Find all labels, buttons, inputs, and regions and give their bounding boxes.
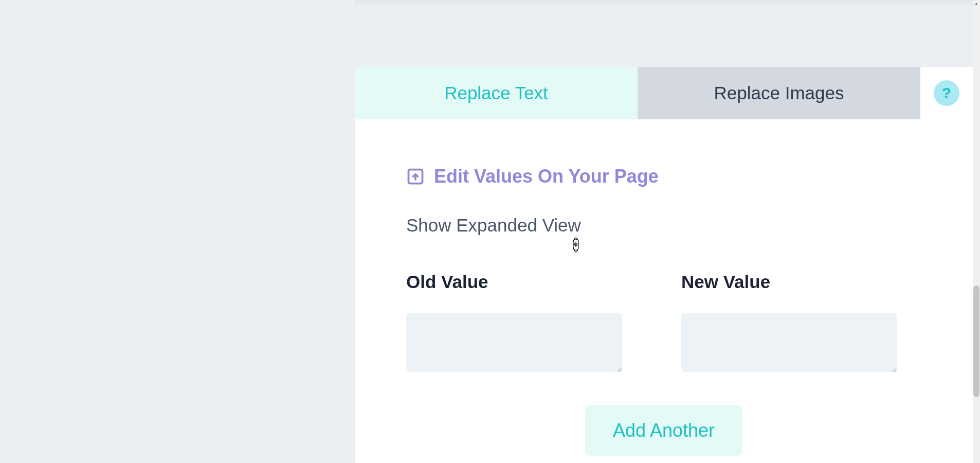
button-row: Add Another [406, 405, 921, 456]
help-area: ? [920, 67, 973, 119]
content-area: Edit Values On Your Page Show Expanded V… [355, 119, 973, 456]
tab-replace-images[interactable]: Replace Images [638, 67, 920, 119]
top-shadow [355, 0, 973, 8]
old-value-column: Old Value [406, 272, 622, 372]
main-panel: Replace Text Replace Images ? Edit Value… [355, 67, 973, 463]
old-value-label: Old Value [406, 272, 622, 292]
help-icon: ? [942, 84, 951, 102]
edit-values-link[interactable]: Edit Values On Your Page [406, 166, 921, 187]
value-row: Old Value New Value [406, 272, 921, 372]
add-another-button[interactable]: Add Another [585, 405, 742, 456]
external-edit-icon [406, 167, 425, 186]
tab-bar: Replace Text Replace Images ? [355, 67, 973, 119]
new-value-input[interactable] [681, 313, 897, 372]
scrollbar-thumb[interactable] [973, 286, 979, 397]
edit-values-label: Edit Values On Your Page [434, 166, 659, 187]
old-value-input[interactable] [406, 313, 622, 372]
show-expanded-view-link[interactable]: Show Expanded View [406, 215, 581, 236]
help-button[interactable]: ? [934, 80, 959, 106]
new-value-label: New Value [681, 272, 897, 292]
tab-replace-text[interactable]: Replace Text [355, 67, 638, 119]
new-value-column: New Value [681, 272, 897, 372]
scrollbar-up-arrow-icon[interactable]: ▲ [973, 0, 980, 7]
